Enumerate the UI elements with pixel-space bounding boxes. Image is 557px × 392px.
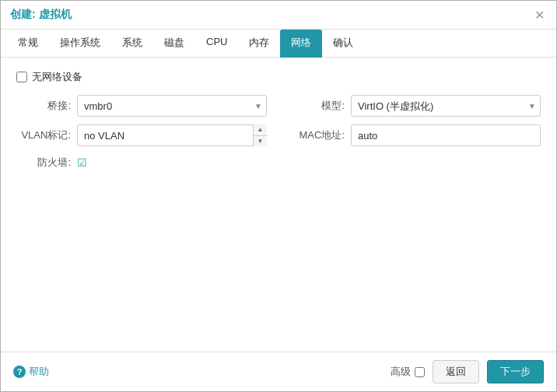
- close-button[interactable]: ✕: [531, 7, 547, 23]
- tab-general[interactable]: 常规: [7, 30, 49, 58]
- tab-os[interactable]: 操作系统: [49, 30, 111, 58]
- advanced-checkbox[interactable]: [415, 367, 425, 377]
- mac-label: MAC地址:: [290, 128, 345, 142]
- mac-row: MAC地址:: [290, 124, 541, 146]
- help-label: 帮助: [29, 365, 49, 379]
- tab-confirm[interactable]: 确认: [322, 30, 364, 58]
- tab-system[interactable]: 系统: [111, 30, 153, 58]
- dialog-title: 创建: 虚拟机: [10, 8, 72, 22]
- vlan-control: ▲ ▼: [77, 124, 267, 146]
- tab-cpu[interactable]: CPU: [195, 30, 238, 58]
- vlan-up-button[interactable]: ▲: [254, 124, 267, 136]
- tab-bar: 常规 操作系统 系统 磁盘 CPU 内存 网络 确认: [1, 30, 556, 58]
- network-content: 无网络设备 桥接: vmbr0 ▼ 模型: VirtIO (半: [1, 58, 556, 352]
- mac-control: [351, 124, 541, 146]
- firewall-checkbox-icon[interactable]: ☑: [77, 156, 87, 169]
- tab-memory[interactable]: 内存: [238, 30, 280, 58]
- firewall-row: 防火墙: ☑: [16, 156, 267, 170]
- bridge-control: vmbr0 ▼: [77, 95, 267, 117]
- form-grid: 桥接: vmbr0 ▼ 模型: VirtIO (半虚拟化) ▼: [16, 95, 541, 170]
- vlan-spinner: ▲ ▼: [253, 124, 267, 146]
- next-button[interactable]: 下一步: [487, 360, 544, 383]
- vlan-input[interactable]: [77, 124, 267, 146]
- bridge-select[interactable]: vmbr0: [77, 95, 267, 117]
- tab-network[interactable]: 网络: [280, 30, 322, 58]
- firewall-label: 防火墙:: [16, 156, 71, 170]
- bridge-row: 桥接: vmbr0 ▼: [16, 95, 267, 117]
- footer-right: 高级 返回 下一步: [391, 360, 544, 383]
- vlan-label: VLAN标记:: [16, 128, 71, 142]
- bridge-label: 桥接:: [16, 99, 71, 113]
- advanced-row: 高级: [391, 365, 425, 379]
- model-label: 模型:: [290, 99, 345, 113]
- mac-input[interactable]: [351, 124, 541, 146]
- no-device-label[interactable]: 无网络设备: [16, 70, 82, 84]
- create-vm-dialog: 创建: 虚拟机 ✕ 常规 操作系统 系统 磁盘 CPU 内存 网络 确认 无网络…: [0, 0, 557, 392]
- title-bar: 创建: 虚拟机 ✕: [1, 1, 556, 30]
- tab-disk[interactable]: 磁盘: [153, 30, 195, 58]
- model-row: 模型: VirtIO (半虚拟化) ▼: [290, 95, 541, 117]
- footer: ? 帮助 高级 返回 下一步: [1, 352, 556, 391]
- close-icon: ✕: [534, 8, 545, 23]
- no-device-row: 无网络设备: [16, 70, 541, 84]
- model-select[interactable]: VirtIO (半虚拟化): [351, 95, 541, 117]
- help-section[interactable]: ? 帮助: [13, 365, 49, 379]
- no-device-checkbox[interactable]: [16, 72, 27, 82]
- no-device-text: 无网络设备: [32, 70, 82, 84]
- model-control: VirtIO (半虚拟化) ▼: [351, 95, 541, 117]
- advanced-label: 高级: [391, 365, 411, 379]
- vlan-row: VLAN标记: ▲ ▼: [16, 124, 267, 146]
- vlan-down-button[interactable]: ▼: [254, 136, 267, 147]
- help-icon: ?: [13, 366, 26, 378]
- back-button[interactable]: 返回: [433, 360, 479, 383]
